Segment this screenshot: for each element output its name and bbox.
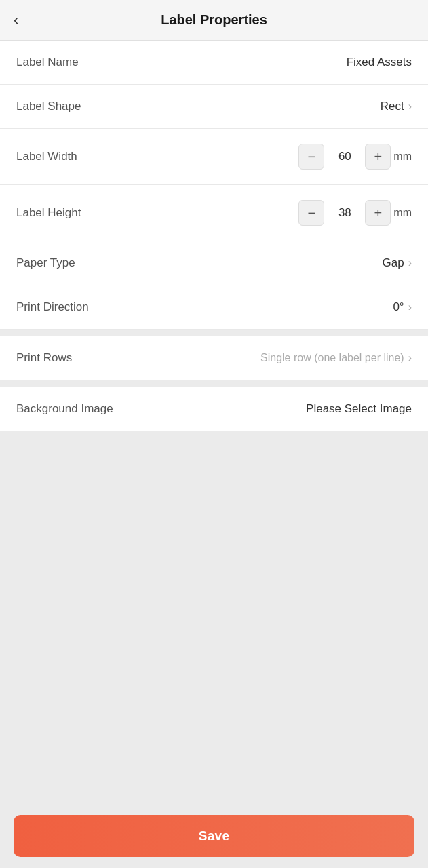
- print-direction-chevron-icon: ›: [408, 301, 412, 313]
- background-image-row[interactable]: Background Image Please Select Image: [0, 387, 428, 431]
- back-icon: ‹: [14, 12, 18, 28]
- label-height-increment-button[interactable]: +: [365, 200, 391, 226]
- label-height-row: Label Height − 38 + mm: [0, 185, 428, 241]
- minus-icon: −: [308, 149, 316, 165]
- print-rows-label: Print Rows: [16, 351, 72, 365]
- print-rows-text: Single row (one label per line): [260, 352, 404, 364]
- paper-type-value: Gap ›: [383, 256, 412, 270]
- header: ‹ Label Properties: [0, 0, 428, 41]
- paper-type-label: Paper Type: [16, 256, 75, 270]
- print-direction-value: 0° ›: [393, 300, 412, 314]
- print-rows-chevron-icon: ›: [408, 352, 412, 364]
- label-width-decrement-button[interactable]: −: [298, 144, 324, 170]
- label-shape-value: Rect ›: [381, 100, 412, 113]
- label-shape-text: Rect: [381, 100, 404, 113]
- section-divider-1: [0, 330, 428, 336]
- print-direction-label: Print Direction: [16, 300, 89, 314]
- label-width-increment-button[interactable]: +: [365, 144, 391, 170]
- label-height-label: Label Height: [16, 206, 81, 220]
- label-name-value: Fixed Assets: [347, 56, 412, 69]
- background-image-value: Please Select Image: [306, 402, 412, 416]
- save-button[interactable]: Save: [14, 815, 414, 857]
- label-width-unit: mm: [393, 151, 412, 163]
- print-rows-value: Single row (one label per line) ›: [260, 352, 412, 364]
- empty-preview-area: [0, 431, 428, 804]
- label-name-row[interactable]: Label Name Fixed Assets: [0, 41, 428, 85]
- label-shape-label: Label Shape: [16, 100, 81, 113]
- label-width-label: Label Width: [16, 150, 77, 163]
- paper-type-chevron-icon: ›: [408, 257, 412, 269]
- label-shape-chevron-icon: ›: [408, 100, 412, 113]
- label-height-stepper: − 38 + mm: [298, 200, 412, 226]
- label-shape-row[interactable]: Label Shape Rect ›: [0, 85, 428, 129]
- content-area: Label Name Fixed Assets Label Shape Rect…: [0, 41, 428, 804]
- plus-icon: +: [374, 149, 383, 165]
- section-divider-2: [0, 380, 428, 387]
- print-direction-text: 0°: [393, 300, 404, 314]
- save-button-wrapper: Save: [0, 804, 428, 868]
- print-direction-row[interactable]: Print Direction 0° ›: [0, 285, 428, 330]
- label-width-stepper: − 60 + mm: [298, 144, 412, 170]
- page-title: Label Properties: [161, 12, 267, 28]
- label-width-row: Label Width − 60 + mm: [0, 129, 428, 185]
- plus-icon-height: +: [374, 205, 383, 221]
- print-rows-row[interactable]: Print Rows Single row (one label per lin…: [0, 336, 428, 380]
- label-height-unit: mm: [393, 207, 412, 219]
- label-width-value: 60: [324, 150, 365, 163]
- label-name-label: Label Name: [16, 56, 79, 69]
- background-image-label: Background Image: [16, 402, 113, 416]
- label-height-decrement-button[interactable]: −: [298, 200, 324, 226]
- minus-icon-height: −: [308, 205, 316, 221]
- label-height-value: 38: [324, 206, 365, 220]
- paper-type-text: Gap: [383, 256, 404, 270]
- paper-type-row[interactable]: Paper Type Gap ›: [0, 241, 428, 285]
- back-button[interactable]: ‹: [14, 13, 18, 28]
